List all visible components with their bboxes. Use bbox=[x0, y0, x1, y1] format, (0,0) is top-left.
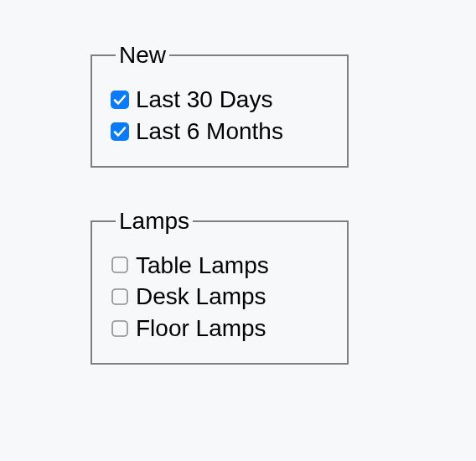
option-floor-lamps[interactable]: Floor Lamps bbox=[111, 313, 329, 344]
svg-rect-1 bbox=[111, 122, 129, 141]
option-desk-lamps[interactable]: Desk Lamps bbox=[111, 281, 329, 313]
label-desk-lamps: Desk Lamps bbox=[136, 281, 266, 313]
option-last-30-days[interactable]: Last 30 Days bbox=[111, 84, 329, 116]
label-table-lamps: Table Lamps bbox=[136, 250, 269, 282]
checkbox-floor-lamps[interactable] bbox=[111, 319, 129, 338]
checkbox-table-lamps[interactable] bbox=[111, 256, 129, 274]
svg-rect-0 bbox=[111, 91, 129, 109]
svg-rect-3 bbox=[112, 289, 127, 304]
legend-lamps: Lamps bbox=[116, 208, 193, 235]
label-last-30-days: Last 30 Days bbox=[136, 84, 272, 116]
svg-rect-2 bbox=[112, 257, 127, 272]
fieldset-new: New Last 30 Days Last 6 Months bbox=[91, 42, 349, 168]
legend-new: New bbox=[116, 42, 169, 69]
checkbox-last-30-days[interactable] bbox=[111, 91, 129, 109]
label-last-6-months: Last 6 Months bbox=[136, 116, 283, 148]
label-floor-lamps: Floor Lamps bbox=[136, 313, 266, 344]
svg-rect-4 bbox=[112, 321, 127, 336]
option-last-6-months[interactable]: Last 6 Months bbox=[111, 116, 329, 148]
checkbox-last-6-months[interactable] bbox=[111, 122, 129, 141]
fieldset-lamps: Lamps Table Lamps Desk Lamps bbox=[91, 208, 349, 365]
checkbox-desk-lamps[interactable] bbox=[111, 287, 129, 306]
filter-panel: New Last 30 Days Last 6 Months Lamps bbox=[0, 42, 476, 365]
option-table-lamps[interactable]: Table Lamps bbox=[111, 250, 329, 282]
